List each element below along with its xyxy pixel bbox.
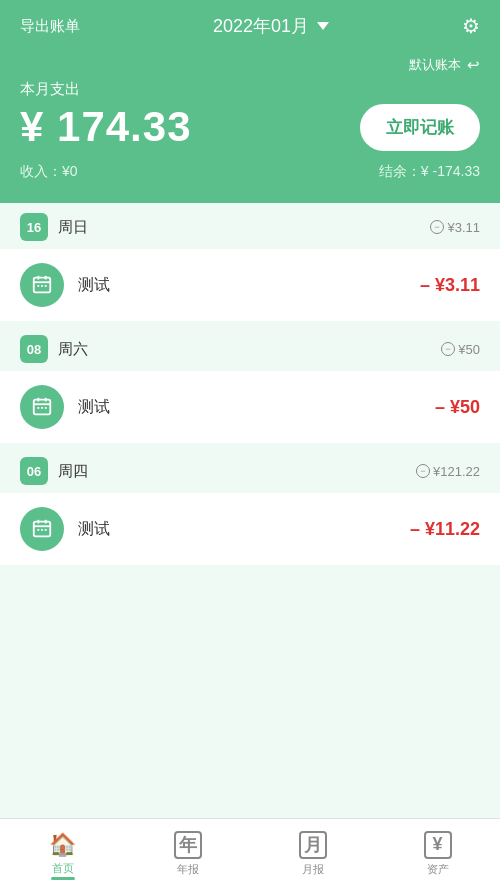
day-header-06: 06周四－¥121.22 bbox=[0, 447, 500, 493]
expense-label: 本月支出 bbox=[20, 80, 480, 99]
record-button[interactable]: 立即记账 bbox=[360, 104, 480, 151]
month-selector[interactable]: 2022年01月 bbox=[213, 14, 329, 38]
monthly-icon: 月 bbox=[299, 831, 327, 859]
default-account-label: 默认账本 bbox=[409, 56, 461, 74]
month-label: 2022年01月 bbox=[213, 14, 309, 38]
day-badge: 08 bbox=[20, 335, 48, 363]
day-badge: 16 bbox=[20, 213, 48, 241]
day-total: －¥50 bbox=[441, 342, 480, 357]
transaction-amount: – ¥3.11 bbox=[420, 275, 480, 296]
transaction-item[interactable]: 测试– ¥50 bbox=[0, 371, 500, 443]
total-amount: ¥ 174.33 bbox=[20, 103, 192, 151]
nav-assets[interactable]: ¥ 资产 bbox=[375, 823, 500, 885]
day-group-08: 08周六－¥50 测试– ¥50 bbox=[0, 325, 500, 443]
default-account[interactable]: 默认账本 ↩ bbox=[409, 56, 480, 74]
income-label: 收入：¥0 bbox=[20, 163, 78, 181]
day-total: －¥3.11 bbox=[430, 220, 480, 235]
day-group-06: 06周四－¥121.22 测试– ¥11.22 bbox=[0, 447, 500, 565]
nav-assets-label: 资产 bbox=[427, 862, 449, 877]
bottom-navigation: 🏠 首页 年 年报 月 月报 ¥ 资产 bbox=[0, 818, 500, 888]
export-button[interactable]: 导出账单 bbox=[20, 17, 80, 36]
day-badge: 06 bbox=[20, 457, 48, 485]
minus-circle-icon: － bbox=[441, 342, 455, 356]
day-total-amount: ¥121.22 bbox=[433, 464, 480, 479]
day-total-amount: ¥50 bbox=[458, 342, 480, 357]
transaction-amount: – ¥50 bbox=[435, 397, 480, 418]
balance-label: 结余：¥ -174.33 bbox=[379, 163, 480, 181]
day-header-08: 08周六－¥50 bbox=[0, 325, 500, 371]
day-total-amount: ¥3.11 bbox=[447, 220, 480, 235]
transaction-category-icon bbox=[20, 263, 64, 307]
chevron-down-icon bbox=[317, 22, 329, 30]
transaction-label: 测试 bbox=[78, 519, 410, 540]
transaction-label: 测试 bbox=[78, 397, 435, 418]
day-group-16: 16周日－¥3.11 测试– ¥3.11 bbox=[0, 203, 500, 321]
transaction-item[interactable]: 测试– ¥11.22 bbox=[0, 493, 500, 565]
annual-icon: 年 bbox=[174, 831, 202, 859]
summary-footer: 收入：¥0 结余：¥ -174.33 bbox=[20, 163, 480, 181]
transaction-list: 16周日－¥3.11 测试– ¥3.1108周六－¥50 测试– ¥5006周四… bbox=[0, 203, 500, 649]
transaction-item[interactable]: 测试– ¥3.11 bbox=[0, 249, 500, 321]
day-weekday: 周四 bbox=[58, 462, 416, 481]
assets-icon: ¥ bbox=[424, 831, 452, 859]
transaction-amount: – ¥11.22 bbox=[410, 519, 480, 540]
nav-home[interactable]: 🏠 首页 bbox=[0, 824, 125, 884]
nav-monthly-label: 月报 bbox=[302, 862, 324, 877]
day-weekday: 周日 bbox=[58, 218, 430, 237]
nav-home-label: 首页 bbox=[52, 861, 74, 876]
summary-card: 默认账本 ↩ 本月支出 ¥ 174.33 立即记账 收入：¥0 结余：¥ -17… bbox=[0, 48, 500, 203]
amount-row: ¥ 174.33 立即记账 bbox=[20, 103, 480, 151]
settings-icon[interactable]: ⚙ bbox=[462, 14, 480, 38]
day-weekday: 周六 bbox=[58, 340, 441, 359]
minus-circle-icon: － bbox=[430, 220, 444, 234]
transaction-label: 测试 bbox=[78, 275, 420, 296]
home-icon: 🏠 bbox=[49, 832, 76, 858]
nav-annual-label: 年报 bbox=[177, 862, 199, 877]
day-total: －¥121.22 bbox=[416, 464, 480, 479]
nav-monthly[interactable]: 月 月报 bbox=[250, 823, 375, 885]
transaction-category-icon bbox=[20, 385, 64, 429]
app-header: 导出账单 2022年01月 ⚙ bbox=[0, 0, 500, 48]
account-row: 默认账本 ↩ bbox=[20, 56, 480, 74]
minus-circle-icon: － bbox=[416, 464, 430, 478]
refresh-icon: ↩ bbox=[467, 56, 480, 74]
day-header-16: 16周日－¥3.11 bbox=[0, 203, 500, 249]
transaction-category-icon bbox=[20, 507, 64, 551]
nav-annual[interactable]: 年 年报 bbox=[125, 823, 250, 885]
